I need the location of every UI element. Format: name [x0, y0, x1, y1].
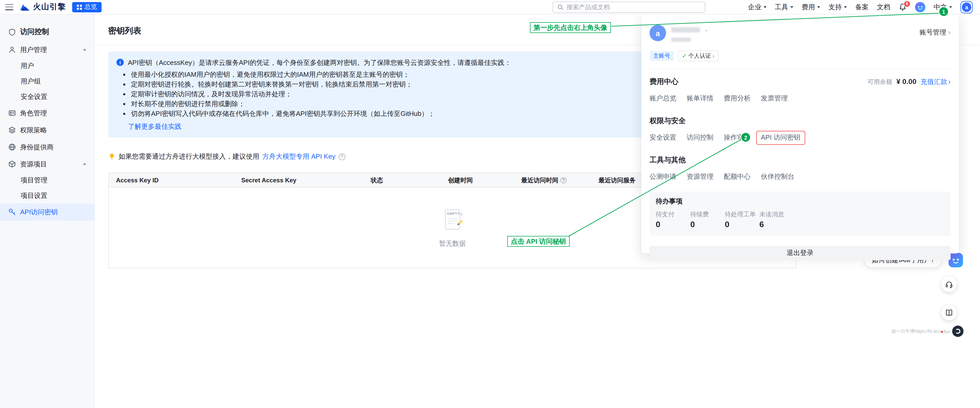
annotation-step2-box: 点击 API 访问秘钥 [507, 236, 570, 247]
panel-link-security-settings[interactable]: 安全设置 [649, 133, 676, 142]
chevron-up-icon [83, 47, 86, 51]
annotation-step1-box: 第一步先点击右上角头像 [530, 22, 611, 33]
chevron-down-icon [817, 6, 820, 10]
volcengine-console: 火山引擎 总览 企业 工具 费用 支持 备案 文档 [0, 0, 980, 408]
sidebar-item-project-management[interactable]: 项目管理 [0, 173, 94, 188]
notification-badge: 6 [904, 0, 910, 7]
panel-link-invoice-management[interactable]: 发票管理 [761, 94, 788, 103]
chevron-right-icon [713, 53, 714, 59]
nav-item-enterprise[interactable]: 企业 [748, 2, 767, 11]
sidebar-item-user-management[interactable]: 用户管理 [0, 41, 94, 58]
col-secret-access-key: Secret Access Key [234, 173, 363, 187]
menu-icon[interactable] [5, 4, 13, 10]
watermark-logo [952, 325, 964, 337]
headset-icon [945, 280, 953, 289]
section-header-security: 权限与安全 [649, 116, 951, 126]
assistant-avatar[interactable] [948, 253, 963, 267]
redacted-account-id [671, 38, 691, 42]
sidebar-item-identity-providers[interactable]: 身份提供商 [0, 138, 94, 156]
sidebar: 访问控制 用户管理 用户 用户组 安全设置 角色管理 权限策略 身份提供商 资源… [0, 14, 95, 408]
nav-item-tools[interactable]: 工具 [775, 2, 793, 11]
sidebar-item-permission-policies[interactable]: 权限策略 [0, 122, 94, 138]
overview-button[interactable]: 总览 [72, 2, 102, 12]
check-icon [682, 52, 687, 59]
avatar: a [962, 2, 971, 11]
search-box [553, 2, 705, 13]
panel-link-api-access-keys[interactable]: API 访问密钥 [756, 131, 805, 145]
chevron-down-icon [764, 6, 767, 10]
section-header-tools: 工具与其他 [649, 156, 951, 165]
avatar-button[interactable]: a [961, 1, 973, 13]
todo-stat-pending-tickets[interactable]: 待处理工单 0 [725, 210, 759, 229]
logo-text: 火山引擎 [33, 2, 66, 12]
sidebar-item-resource-projects[interactable]: 资源项目 [0, 156, 94, 173]
col-last-access-time: 最近访问时间 [514, 173, 591, 187]
section-header-billing: 费用中心 [649, 77, 678, 87]
logout-button[interactable]: 退出登录 [649, 246, 951, 260]
panel-link-cost-analysis[interactable]: 费用分析 [724, 94, 751, 103]
cube-icon [8, 160, 16, 168]
id-card-icon [8, 109, 16, 117]
chevron-down-icon [790, 6, 793, 10]
key-icon [8, 208, 16, 216]
sidebar-item-security-settings[interactable]: 安全设置 [0, 89, 94, 105]
nav-item-docs[interactable]: 文档 [877, 2, 890, 11]
annotation-badge-1: 1 [939, 7, 948, 16]
panel-link-partner-console[interactable]: 伙伴控制台 [761, 172, 794, 181]
panel-link-beta-application[interactable]: 公测申请 [649, 172, 676, 181]
todo-stat-unread-messages[interactable]: 未读消息 6 [759, 210, 944, 229]
todo-stat-pending-renewal[interactable]: 待续费 0 [690, 210, 725, 229]
chevron-up-icon [83, 161, 86, 165]
sidebar-title-access-control[interactable]: 访问控制 [0, 23, 94, 41]
panel-link-resource-management[interactable]: 资源管理 [687, 172, 713, 181]
panel-link-bill-details[interactable]: 账单详情 [687, 94, 713, 103]
nav-item-billing[interactable]: 费用 [802, 2, 820, 11]
book-icon [945, 309, 953, 317]
col-access-key-id: Access Key ID [109, 173, 234, 187]
redacted-account-name [671, 27, 700, 32]
assistant-icon[interactable] [915, 2, 925, 12]
col-created-time: 创建时间 [441, 173, 514, 187]
panel-link-access-control[interactable]: 访问控制 [687, 133, 713, 142]
sidebar-item-user-groups[interactable]: 用户组 [0, 74, 94, 89]
verified-badge[interactable]: 个人认证 [678, 51, 719, 61]
nav-item-icp-filing[interactable]: 备案 [855, 2, 869, 11]
docs-helper-button[interactable] [941, 305, 957, 321]
sidebar-item-api-access-keys[interactable]: API访问密钥 [0, 203, 94, 221]
col-status: 状态 [363, 173, 441, 187]
sidebar-item-role-management[interactable]: 角色管理 [0, 105, 94, 122]
bulb-icon [108, 153, 116, 160]
sidebar-item-users[interactable]: 用户 [0, 58, 94, 74]
banner-intro: API密钥（AccessKey）是请求云服务API的凭证，每个身份至多创建两对密… [128, 58, 511, 67]
balance-amount: ¥ 0.00 [896, 77, 916, 86]
ark-tip-text: 如果您需要通过方舟进行大模型接入，建议使用 [119, 152, 259, 161]
volcengine-logo[interactable]: 火山引擎 [19, 2, 66, 12]
watermark: @一只牛博https://hi.accfun [891, 328, 950, 335]
nav-item-support[interactable]: 支持 [829, 2, 847, 11]
notification-bell-button[interactable]: 6 [899, 3, 907, 11]
account-manage-link[interactable]: 账号管理 [920, 28, 951, 37]
user-icon [8, 46, 16, 54]
todo-stat-pending-payment[interactable]: 待支付 0 [656, 210, 690, 229]
balance-label: 可用余额 [867, 78, 892, 87]
shield-icon [8, 28, 16, 36]
annotation-badge-2: 2 [741, 133, 750, 142]
best-practices-link[interactable]: 了解更多最佳实践 [128, 122, 181, 131]
red-dot-icon [941, 330, 943, 333]
todo-box: 待办事项 待支付 0 待续费 0 待处理工单 0 未读消息 6 [649, 192, 951, 235]
globe-icon [8, 143, 16, 151]
recharge-link[interactable]: 充值汇款 [920, 77, 951, 87]
ark-api-key-link[interactable]: 方舟大模型专用 API Key [262, 152, 335, 161]
svg-text:EMPTY: EMPTY [447, 212, 460, 216]
grid-icon [77, 5, 82, 10]
sidebar-item-project-settings[interactable]: 项目设置 [0, 188, 94, 203]
help-icon[interactable] [339, 153, 345, 160]
empty-state-text: 暂无数据 [439, 239, 466, 248]
todo-header: 待办事项 [656, 197, 682, 205]
panel-link-account-overview[interactable]: 账户总览 [649, 94, 676, 103]
customer-service-button[interactable] [941, 277, 957, 292]
primary-account-badge: 主账号 [649, 51, 674, 61]
panel-link-quota-center[interactable]: 配额中心 [724, 172, 751, 181]
search-input[interactable] [566, 3, 701, 11]
help-icon[interactable] [560, 177, 566, 183]
